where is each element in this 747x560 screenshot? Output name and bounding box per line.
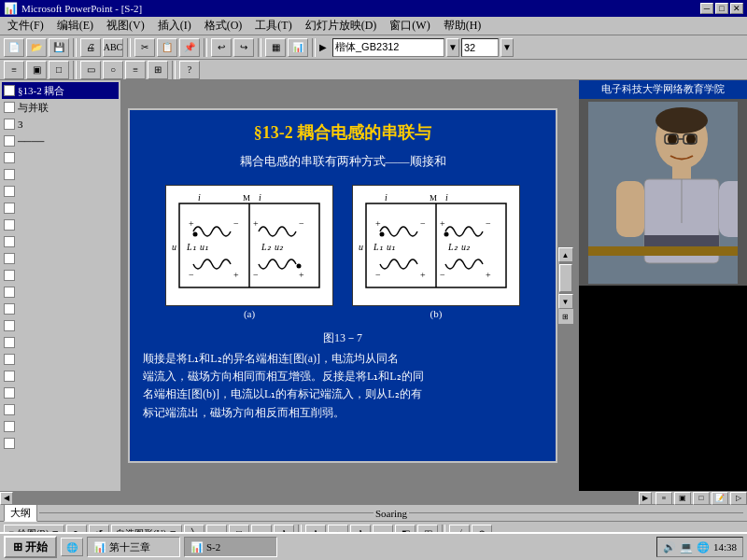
slide-check-6[interactable] xyxy=(4,169,15,180)
font-name-select[interactable] xyxy=(332,38,444,57)
slide-check-19[interactable] xyxy=(4,387,15,399)
outline-view-btn[interactable]: ≡ xyxy=(655,492,672,505)
slide-item-16[interactable] xyxy=(2,334,119,351)
slide-check-4[interactable] xyxy=(4,135,15,147)
tab-outline[interactable]: 大纲 xyxy=(4,504,37,522)
spell-button[interactable]: ABC xyxy=(103,38,123,57)
menu-help[interactable]: 帮助(H) xyxy=(438,16,487,35)
slide-check-1[interactable]: ☑ xyxy=(4,85,15,96)
print-button[interactable]: 🖨 xyxy=(80,38,101,57)
slide-item-2[interactable]: 与并联 xyxy=(2,99,119,116)
slide-check-5[interactable] xyxy=(4,152,15,163)
slide-check-8[interactable] xyxy=(4,203,15,214)
window-view-btn[interactable]: □ xyxy=(693,492,710,505)
slide-show-btn[interactable]: ▷ xyxy=(730,492,747,505)
save-button[interactable]: 💾 xyxy=(49,38,69,57)
slide-check-13[interactable] xyxy=(4,287,15,298)
slide-item-7[interactable] xyxy=(2,183,119,200)
scroll-down-button[interactable]: ▼ xyxy=(558,294,573,309)
taskbar-chapter[interactable]: 📊 第十三章 xyxy=(87,537,180,557)
paste-button[interactable]: 📌 xyxy=(179,38,200,57)
slide-item-3[interactable]: 3 xyxy=(2,116,119,133)
slide-view[interactable]: ▣ xyxy=(26,61,47,79)
slide-item-1[interactable]: ☑ §13-2 耦合 xyxy=(2,82,119,99)
slide-item-11[interactable] xyxy=(2,250,119,267)
shape3[interactable]: ≡ xyxy=(125,61,146,79)
menu-tools[interactable]: 工具(T) xyxy=(249,16,297,35)
slide-item-18[interactable] xyxy=(2,368,119,385)
scroll-left-button[interactable]: ◀ xyxy=(0,492,13,505)
slide-check-11[interactable] xyxy=(4,253,15,264)
window-btn[interactable]: □ xyxy=(49,61,69,79)
open-button[interactable]: 📂 xyxy=(26,38,47,57)
start-button[interactable]: ⊞ 开始 xyxy=(4,536,57,558)
minimize-button[interactable]: ─ xyxy=(700,3,713,14)
menu-edit[interactable]: 编辑(E) xyxy=(51,16,99,35)
slide-check-10[interactable] xyxy=(4,236,15,247)
slide-item-17[interactable] xyxy=(2,351,119,368)
slide-check-17[interactable] xyxy=(4,354,15,365)
slide-check-7[interactable] xyxy=(4,186,15,197)
slide-check-2[interactable] xyxy=(4,102,15,113)
redo-button[interactable]: ↪ xyxy=(233,38,254,57)
slide-check-22[interactable] xyxy=(4,438,15,449)
title-bar-controls: ─ □ ✕ xyxy=(700,3,743,14)
outline-view[interactable]: ≡ xyxy=(4,61,24,79)
shape4[interactable]: ⊞ xyxy=(148,61,168,79)
insert-table-button[interactable]: ▦ xyxy=(265,38,286,57)
insert-chart-button[interactable]: 📊 xyxy=(288,38,308,57)
close-button[interactable]: ✕ xyxy=(730,3,743,14)
cut-button[interactable]: ✂ xyxy=(134,38,155,57)
slide-item-14[interactable] xyxy=(2,301,119,317)
slide-item-5[interactable] xyxy=(2,149,119,166)
menu-slideshow[interactable]: 幻灯片放映(D) xyxy=(300,16,383,35)
taskbar-s2[interactable]: 📊 S-2 xyxy=(184,537,277,557)
slide-item-20[interactable] xyxy=(2,401,119,418)
person-video xyxy=(588,102,738,284)
shape1[interactable]: ▭ xyxy=(80,61,101,79)
scroll-thumb[interactable] xyxy=(559,264,572,292)
slide-item-4[interactable]: ──── xyxy=(2,133,119,149)
slide-check-15[interactable] xyxy=(4,320,15,331)
ie-button[interactable]: 🌐 xyxy=(61,538,83,556)
shape2[interactable]: ○ xyxy=(103,61,123,79)
slide-thumb-btn[interactable]: ▣ xyxy=(674,492,691,505)
slide-item-8[interactable] xyxy=(2,200,119,217)
slide-check-20[interactable] xyxy=(4,404,15,415)
scroll-up-button[interactable]: ▲ xyxy=(558,247,573,262)
size-dropdown[interactable]: ▼ xyxy=(500,38,514,57)
slide-item-9[interactable] xyxy=(2,217,119,233)
slide-item-6[interactable] xyxy=(2,166,119,183)
copy-button[interactable]: 📋 xyxy=(157,38,177,57)
slide-check-21[interactable] xyxy=(4,421,15,432)
slide-check-16[interactable] xyxy=(4,337,15,348)
slide-check-18[interactable] xyxy=(4,371,15,382)
h-scroll-track[interactable] xyxy=(13,492,639,505)
scroll-right-button[interactable]: ▶ xyxy=(639,492,652,505)
help-btn[interactable]: ? xyxy=(179,61,200,79)
maximize-button[interactable]: □ xyxy=(715,3,728,14)
slide-item-21[interactable] xyxy=(2,418,119,435)
menu-file[interactable]: 文件(F) xyxy=(2,16,49,35)
slide-canvas[interactable]: §13-2 耦合电感的串联与 耦合电感的串联有两种方式——顺接和 xyxy=(128,108,557,463)
slide-check-12[interactable] xyxy=(4,270,15,281)
slide-check-14[interactable] xyxy=(4,303,15,315)
slide-item-22[interactable] xyxy=(2,435,119,452)
slide-check-3[interactable] xyxy=(4,119,15,130)
undo-button[interactable]: ↩ xyxy=(211,38,232,57)
menu-insert[interactable]: 插入(I) xyxy=(152,16,197,35)
notes-view-btn[interactable]: 📝 xyxy=(712,492,728,505)
scroll-track[interactable] xyxy=(559,262,572,294)
menu-format[interactable]: 格式(O) xyxy=(199,16,248,35)
slide-check-9[interactable] xyxy=(4,219,15,231)
font-dropdown[interactable]: ▼ xyxy=(446,38,459,57)
slide-item-10[interactable] xyxy=(2,233,119,250)
slide-item-19[interactable] xyxy=(2,385,119,401)
slide-item-12[interactable] xyxy=(2,267,119,284)
new-button[interactable]: 📄 xyxy=(4,38,24,57)
font-size-select[interactable] xyxy=(461,38,499,57)
menu-window[interactable]: 窗口(W) xyxy=(384,16,435,35)
menu-view[interactable]: 视图(V) xyxy=(101,16,150,35)
slide-item-15[interactable] xyxy=(2,317,119,334)
slide-item-13[interactable] xyxy=(2,284,119,301)
